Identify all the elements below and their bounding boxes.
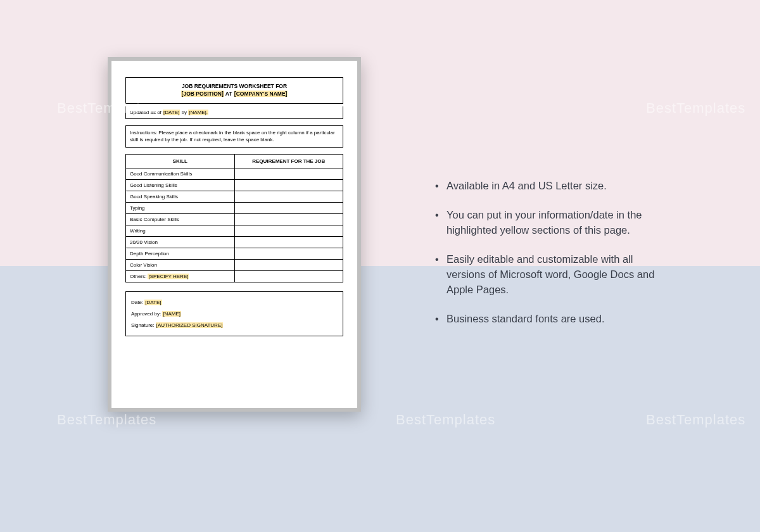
requirement-cell <box>234 260 343 271</box>
watermark: BestTemplates <box>57 412 156 428</box>
table-row: Writing <box>126 225 343 237</box>
skill-cell: Good Listening Skills <box>126 180 235 191</box>
table-row: Good Speaking Skills <box>126 191 343 203</box>
others-label: Others: <box>130 274 146 279</box>
updated-prefix: Updated as of <box>130 110 162 115</box>
requirement-cell <box>234 191 343 203</box>
placeholder-sig-approved: [NAME] <box>162 311 181 317</box>
feature-item: Easily editable and customizable with al… <box>434 252 668 298</box>
title-line2: [JOB POSITION] AT [COMPANY'S NAME] <box>130 91 339 98</box>
requirement-cell <box>234 203 343 214</box>
placeholder-sig-date: [DATE] <box>144 300 162 305</box>
skill-cell: Depth Perception <box>126 248 235 260</box>
skills-table: SKILL REQUIREMENT FOR THE JOB Good Commu… <box>125 154 343 282</box>
updated-by: by <box>181 110 186 115</box>
feature-item: Available in A4 and US Letter size. <box>434 179 668 194</box>
table-row-others: Others: [SPECIFY HERE] <box>126 271 343 282</box>
title-at: AT <box>225 91 232 97</box>
placeholder-job-position: [JOB POSITION] <box>181 91 224 97</box>
title-line1: JOB REQUIREMENTS WORKSHEET FOR <box>130 83 339 91</box>
title-block: JOB REQUIREMENTS WORKSHEET FOR [JOB POSI… <box>125 77 343 104</box>
document-preview-frame: JOB REQUIREMENTS WORKSHEET FOR [JOB POSI… <box>108 57 361 412</box>
table-row: Typing <box>126 203 343 214</box>
sig-date-label: Date: <box>131 300 143 305</box>
sig-signature-line: Signature: [AUTHORIZED SIGNATURE] <box>131 320 338 331</box>
col-requirement-header: REQUIREMENT FOR THE JOB <box>234 155 343 168</box>
signature-block: Date: [DATE] Approved by: [NAME] Signatu… <box>125 291 343 336</box>
placeholder-updated-date: [DATE] <box>163 110 180 115</box>
sig-approved-label: Approved by: <box>131 311 161 317</box>
requirement-cell <box>234 237 343 248</box>
feature-item: Business standard fonts are used. <box>434 312 668 327</box>
table-row: Good Listening Skills <box>126 180 343 191</box>
requirement-cell <box>234 214 343 225</box>
requirement-cell <box>234 271 343 282</box>
instructions-block: Instructions: Please place a checkmark i… <box>125 125 343 148</box>
skill-cell: Writing <box>126 225 235 237</box>
table-row: Good Communication Skills <box>126 168 343 180</box>
table-row: 20/20 Vision <box>126 237 343 248</box>
skill-cell: Typing <box>126 203 235 214</box>
placeholder-company-name: [COMPANY'S NAME] <box>234 91 288 97</box>
placeholder-sig-signature: [AUTHORIZED SIGNATURE] <box>156 322 224 328</box>
document-page: JOB REQUIREMENTS WORKSHEET FOR [JOB POSI… <box>111 61 357 408</box>
placeholder-updated-name: [NAME]. <box>188 110 208 115</box>
feature-item: You can put in your information/date in … <box>434 208 668 238</box>
table-header-row: SKILL REQUIREMENT FOR THE JOB <box>126 155 343 168</box>
table-row: Depth Perception <box>126 248 343 260</box>
skill-cell: Good Speaking Skills <box>126 191 235 203</box>
watermark: BestTemplates <box>646 412 745 428</box>
features-list: Available in A4 and US Letter size. You … <box>434 179 668 340</box>
placeholder-others: [SPECIFY HERE] <box>148 274 189 279</box>
sig-date-line: Date: [DATE] <box>131 297 338 308</box>
updated-row: Updated as of [DATE] by [NAME]. <box>125 106 343 119</box>
others-cell: Others: [SPECIFY HERE] <box>126 271 235 282</box>
requirement-cell <box>234 248 343 260</box>
table-row: Basic Computer Skills <box>126 214 343 225</box>
skill-cell: Color Vision <box>126 260 235 271</box>
skill-cell: Basic Computer Skills <box>126 214 235 225</box>
requirement-cell <box>234 225 343 237</box>
col-skill-header: SKILL <box>126 155 235 168</box>
requirement-cell <box>234 168 343 180</box>
watermark: BestTemplates <box>646 100 745 117</box>
requirement-cell <box>234 180 343 191</box>
skill-cell: Good Communication Skills <box>126 168 235 180</box>
sig-approved-line: Approved by: [NAME] <box>131 308 338 320</box>
sig-signature-label: Signature: <box>131 322 154 328</box>
skill-cell: 20/20 Vision <box>126 237 235 248</box>
watermark: BestTemplates <box>396 412 495 428</box>
table-row: Color Vision <box>126 260 343 271</box>
